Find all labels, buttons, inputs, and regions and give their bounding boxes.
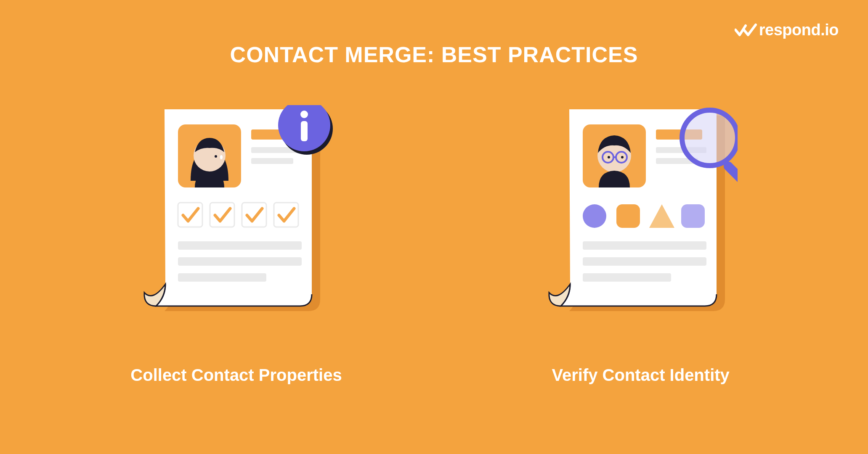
svg-rect-6 <box>251 158 293 164</box>
svg-point-3 <box>220 155 223 159</box>
square-shape-icon <box>616 204 640 228</box>
svg-rect-28 <box>583 241 706 250</box>
rounded-square-shape-icon <box>681 204 705 228</box>
page-title: CONTACT MERGE: BEST PRACTICES <box>0 42 868 67</box>
brand-logo: respond.io <box>735 21 839 39</box>
verify-identity-illustration <box>544 105 738 340</box>
card-verify-identity: Verify Contact Identity <box>544 105 738 385</box>
card-caption: Collect Contact Properties <box>130 366 342 385</box>
logo-checkmarks-icon <box>735 23 757 37</box>
svg-point-24 <box>621 156 624 158</box>
svg-rect-29 <box>583 257 706 266</box>
card-collect-properties: Collect Contact Properties <box>130 105 342 385</box>
svg-point-23 <box>608 156 610 158</box>
svg-point-2 <box>215 155 217 158</box>
svg-rect-17 <box>301 121 308 141</box>
brand-name: respond.io <box>759 21 839 39</box>
card-caption: Verify Contact Identity <box>552 366 730 385</box>
svg-rect-30 <box>583 273 671 282</box>
checkbox-icon <box>242 203 266 227</box>
checkbox-icon <box>274 203 298 227</box>
svg-rect-13 <box>178 273 266 282</box>
svg-rect-12 <box>178 257 302 266</box>
circle-shape-icon <box>583 204 606 228</box>
svg-rect-11 <box>178 241 302 250</box>
collect-properties-illustration <box>139 105 333 340</box>
svg-point-16 <box>300 111 308 118</box>
cards-row: Collect Contact Properties <box>0 105 868 385</box>
checkbox-icon <box>210 203 234 227</box>
checkbox-icon <box>178 203 202 227</box>
